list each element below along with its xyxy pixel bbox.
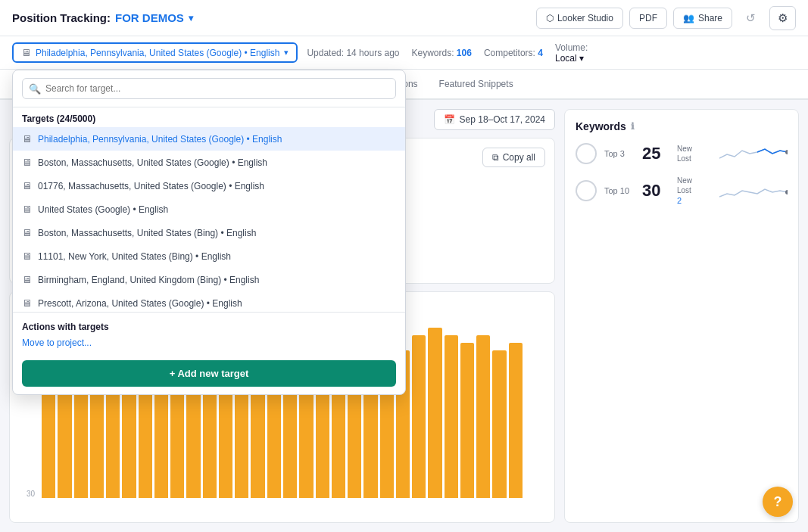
volume-chevron-icon: ▾ <box>579 53 584 64</box>
monitor-icon: 🖥 <box>22 250 32 262</box>
monitor-icon: 🖥 <box>22 297 32 309</box>
project-title: Position Tracking: FOR DEMOS ▾ <box>12 11 193 24</box>
sub-header: 🖥 Philadelphia, Pennsylvania, United Sta… <box>0 36 808 70</box>
volume-local-button[interactable]: Local ▾ <box>555 53 588 64</box>
selected-target-label: Philadelphia, Pennsylvania, United State… <box>36 48 279 58</box>
top3-row: Top 3 25 New Lost <box>576 143 788 164</box>
top10-sparkline <box>719 180 788 201</box>
top3-label: Top 3 <box>604 149 635 158</box>
target-selector[interactable]: 🖥 Philadelphia, Pennsylvania, United Sta… <box>12 42 298 63</box>
dropdown-item-4[interactable]: 🖥United States (Google) • English <box>13 198 405 221</box>
top10-new-lost: New Lost 2 <box>677 176 692 205</box>
share-icon: 👥 <box>683 13 694 23</box>
meta-info: Updated: 14 hours ago Keywords: 106 Comp… <box>307 42 796 64</box>
pdf-button[interactable]: PDF <box>629 8 667 29</box>
volume-info: Volume: Local ▾ <box>555 42 588 64</box>
add-new-target-button[interactable]: + Add new target <box>22 360 396 387</box>
top10-row: Top 10 30 New Lost 2 <box>576 176 788 205</box>
top3-new-lost: New Lost <box>677 145 692 163</box>
dropdown-item-3[interactable]: 🖥01776, Massachusetts, United States (Go… <box>13 174 405 198</box>
tab-featured[interactable]: Featured Snippets <box>429 70 524 100</box>
dropdown-item-2[interactable]: 🖥Boston, Massachusetts, United States (G… <box>13 151 405 174</box>
target-dropdown: 🔍 Targets (24/5000) 🖥Philadelphia, Penns… <box>12 70 406 395</box>
move-to-project-link[interactable]: Move to project... <box>22 338 92 348</box>
top10-label: Top 10 <box>604 186 635 195</box>
monitor-icon: 🖥 <box>22 180 32 191</box>
dropdown-list: 🖥Philadelphia, Pennsylvania, United Stat… <box>13 127 405 309</box>
settings-button[interactable]: ⚙ <box>769 6 796 30</box>
keywords-info: Keywords: 106 <box>411 48 471 58</box>
search-icon: 🔍 <box>29 83 41 95</box>
chart-bar <box>460 343 474 498</box>
undo-button[interactable]: ↺ <box>738 7 763 30</box>
copy-all-button[interactable]: ⧉ Copy all <box>482 148 545 167</box>
project-name: FOR DEMOS <box>115 11 184 24</box>
chart-bar <box>445 335 458 498</box>
svg-point-0 <box>785 150 788 154</box>
dropdown-item-1[interactable]: 🖥Philadelphia, Pennsylvania, United Stat… <box>13 127 405 151</box>
project-chevron[interactable]: ▾ <box>189 13 193 23</box>
top-header: Position Tracking: FOR DEMOS ▾ ⬡ Looker … <box>0 0 808 36</box>
calendar-icon: 📅 <box>444 114 455 125</box>
chart-bar <box>428 328 441 498</box>
monitor-icon: 🖥 <box>21 47 31 58</box>
top3-circle <box>576 143 597 164</box>
dropdown-item-6[interactable]: 🖥11101, New York, United States (Bing) •… <box>13 244 405 268</box>
header-actions: ⬡ Looker Studio PDF 👥 Share ↺ ⚙ <box>536 6 796 30</box>
monitor-icon: 🖥 <box>22 274 32 285</box>
title-prefix: Position Tracking: <box>12 11 111 24</box>
updated-text: Updated: 14 hours ago <box>307 48 399 58</box>
top3-count: 25 <box>642 144 669 163</box>
top10-count: 30 <box>642 181 669 201</box>
dropdown-actions-title: Actions with targets <box>22 322 396 332</box>
monitor-icon: 🖥 <box>22 204 32 215</box>
copy-icon: ⧉ <box>492 152 499 163</box>
keywords-card-title: Keywords ℹ <box>576 120 788 132</box>
competitors-info: Competitors: 4 <box>484 48 543 58</box>
dropdown-item-8[interactable]: 🖥Prescott, Arizona, United States (Googl… <box>13 291 405 309</box>
keywords-card: Keywords ℹ Top 3 25 New Lost To <box>564 109 799 523</box>
top3-sparkline <box>719 143 788 164</box>
right-panel: Keywords ℹ Top 3 25 New Lost To <box>564 109 799 523</box>
monitor-icon: 🖥 <box>22 133 32 145</box>
share-button[interactable]: 👥 Share <box>673 8 732 29</box>
info-icon[interactable]: ℹ <box>631 121 635 132</box>
dropdown-actions-section: Actions with targets Move to project... <box>13 316 405 354</box>
looker-icon: ⬡ <box>546 13 554 23</box>
help-button[interactable]: ? <box>763 487 793 517</box>
chevron-down-icon: ▾ <box>284 48 289 58</box>
chart-bar <box>412 335 426 498</box>
dropdown-search-area: 🔍 <box>13 70 405 107</box>
search-input[interactable] <box>22 78 396 99</box>
chart-bar <box>492 350 506 498</box>
monitor-icon: 🖥 <box>22 157 32 168</box>
chart-bar <box>476 335 490 498</box>
dropdown-item-7[interactable]: 🖥Birmingham, England, United Kingdom (Bi… <box>13 268 405 291</box>
looker-studio-button[interactable]: ⬡ Looker Studio <box>536 8 623 29</box>
svg-point-1 <box>785 190 788 194</box>
chart-bar <box>509 343 523 498</box>
top10-circle <box>576 180 597 201</box>
dropdown-section-title: Targets (24/5000) <box>13 107 405 127</box>
monitor-icon: 🖥 <box>22 227 32 238</box>
dropdown-item-5[interactable]: 🖥Boston, Massachusetts, United States (B… <box>13 221 405 244</box>
date-range-button[interactable]: 📅 Sep 18–Oct 17, 2024 <box>434 109 555 130</box>
